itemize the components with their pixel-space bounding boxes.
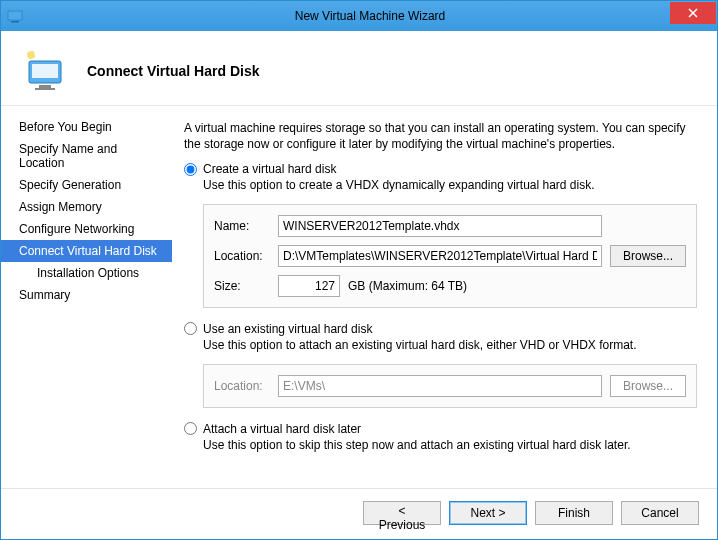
content: A virtual machine requires storage so th…	[172, 106, 717, 488]
body: Before You Begin Specify Name and Locati…	[1, 105, 717, 488]
sidebar-item-assign-memory[interactable]: Assign Memory	[1, 196, 172, 218]
name-label: Name:	[214, 219, 270, 233]
option-later-head[interactable]: Attach a virtual hard disk later	[184, 422, 697, 436]
existing-fieldbox: Location: Browse...	[203, 364, 697, 408]
option-existing-desc: Use this option to attach an existing vi…	[203, 338, 697, 354]
option-later-radio[interactable]	[184, 422, 197, 435]
app-icon	[7, 8, 23, 24]
option-create-label: Create a virtual hard disk	[203, 162, 336, 176]
titlebar: New Virtual Machine Wizard	[1, 1, 717, 31]
cancel-button[interactable]: Cancel	[621, 501, 699, 525]
sidebar-item-installation-options[interactable]: Installation Options	[1, 262, 172, 284]
option-create: Create a virtual hard disk Use this opti…	[184, 162, 697, 308]
svg-rect-5	[35, 88, 55, 90]
wizard-icon	[21, 47, 69, 95]
size-suffix: GB (Maximum: 64 TB)	[348, 279, 467, 293]
sidebar-item-connect-vhd[interactable]: Connect Virtual Hard Disk	[1, 240, 172, 262]
sidebar-item-specify-generation[interactable]: Specify Generation	[1, 174, 172, 196]
sidebar: Before You Begin Specify Name and Locati…	[1, 106, 172, 488]
create-fieldbox: Name: Location: Browse... Size: GB (Maxi…	[203, 204, 697, 308]
option-later-desc: Use this option to skip this step now an…	[203, 438, 697, 454]
svg-rect-3	[32, 64, 58, 78]
header: Connect Virtual Hard Disk	[1, 31, 717, 105]
browse-button[interactable]: Browse...	[610, 245, 686, 267]
svg-rect-4	[39, 85, 51, 88]
option-existing-radio[interactable]	[184, 322, 197, 335]
option-create-head[interactable]: Create a virtual hard disk	[184, 162, 697, 176]
existing-location-label: Location:	[214, 379, 270, 393]
page-title: Connect Virtual Hard Disk	[87, 63, 259, 79]
name-input[interactable]	[278, 215, 602, 237]
option-later: Attach a virtual hard disk later Use thi…	[184, 422, 697, 454]
sidebar-item-summary[interactable]: Summary	[1, 284, 172, 306]
svg-rect-1	[11, 21, 19, 23]
option-existing: Use an existing virtual hard disk Use th…	[184, 322, 697, 408]
wizard-window: New Virtual Machine Wizard Connect Virtu…	[0, 0, 718, 540]
sidebar-item-specify-name[interactable]: Specify Name and Location	[1, 138, 172, 174]
previous-button[interactable]: < Previous	[363, 501, 441, 525]
option-create-radio[interactable]	[184, 163, 197, 176]
next-button[interactable]: Next >	[449, 501, 527, 525]
option-existing-label: Use an existing virtual hard disk	[203, 322, 372, 336]
size-label: Size:	[214, 279, 270, 293]
option-existing-head[interactable]: Use an existing virtual hard disk	[184, 322, 697, 336]
existing-location-input	[278, 375, 602, 397]
sidebar-item-configure-networking[interactable]: Configure Networking	[1, 218, 172, 240]
footer: < Previous Next > Finish Cancel	[1, 488, 717, 539]
location-input[interactable]	[278, 245, 602, 267]
option-create-desc: Use this option to create a VHDX dynamic…	[203, 178, 697, 194]
option-later-label: Attach a virtual hard disk later	[203, 422, 361, 436]
intro-text: A virtual machine requires storage so th…	[184, 120, 697, 152]
size-input[interactable]	[278, 275, 340, 297]
location-label: Location:	[214, 249, 270, 263]
close-button[interactable]	[670, 2, 716, 24]
existing-browse-button: Browse...	[610, 375, 686, 397]
finish-button[interactable]: Finish	[535, 501, 613, 525]
window-title: New Virtual Machine Wizard	[23, 9, 717, 23]
svg-rect-0	[8, 11, 22, 20]
svg-point-7	[27, 51, 35, 59]
sidebar-item-before-you-begin[interactable]: Before You Begin	[1, 116, 172, 138]
